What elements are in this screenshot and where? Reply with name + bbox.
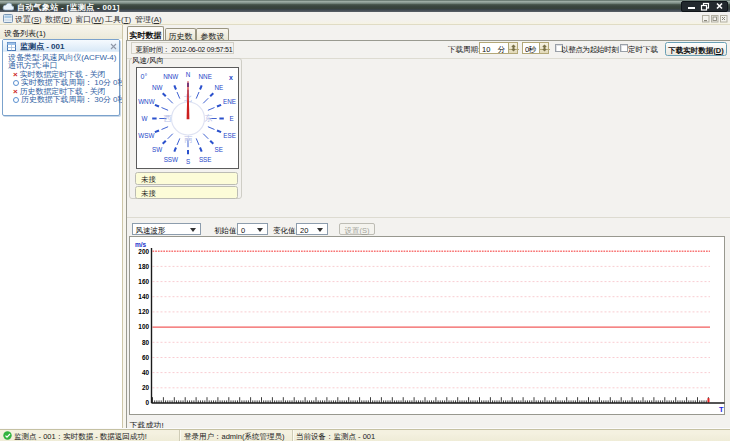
svg-text:0°: 0° bbox=[141, 73, 148, 80]
svg-text:ENE: ENE bbox=[223, 98, 236, 105]
svg-text:x: x bbox=[229, 74, 233, 81]
svg-text:SE: SE bbox=[215, 146, 223, 153]
svg-text:ESE: ESE bbox=[223, 132, 236, 139]
svg-text:东: 东 bbox=[205, 114, 213, 123]
svg-text:NE: NE bbox=[214, 84, 223, 91]
svg-text:SSW: SSW bbox=[164, 156, 178, 163]
svg-text:南: 南 bbox=[184, 135, 193, 144]
svg-text:20: 20 bbox=[142, 384, 150, 391]
svg-text:WNW: WNW bbox=[138, 98, 154, 105]
svg-text:E: E bbox=[229, 115, 233, 122]
svg-text:0: 0 bbox=[145, 399, 149, 406]
svg-text:m/s: m/s bbox=[135, 241, 147, 248]
svg-text:西: 西 bbox=[164, 114, 172, 123]
svg-text:100: 100 bbox=[138, 323, 149, 330]
svg-text:NW: NW bbox=[152, 84, 163, 91]
svg-text:120: 120 bbox=[138, 308, 149, 315]
svg-text:NNW: NNW bbox=[163, 73, 178, 80]
svg-text:140: 140 bbox=[138, 293, 149, 300]
svg-text:WSW: WSW bbox=[138, 132, 154, 139]
svg-text:SW: SW bbox=[152, 146, 162, 153]
svg-text:SSE: SSE bbox=[199, 156, 212, 163]
svg-text:60: 60 bbox=[142, 354, 150, 361]
svg-text:T: T bbox=[719, 405, 724, 414]
svg-text:N: N bbox=[186, 71, 191, 78]
svg-text:180: 180 bbox=[138, 263, 149, 270]
svg-text:NNE: NNE bbox=[199, 73, 212, 80]
svg-text:160: 160 bbox=[138, 278, 149, 285]
svg-text:200: 200 bbox=[138, 248, 149, 255]
svg-text:80: 80 bbox=[142, 339, 150, 346]
svg-text:40: 40 bbox=[142, 369, 150, 376]
svg-text:S: S bbox=[186, 158, 190, 165]
svg-text:W: W bbox=[142, 115, 148, 122]
